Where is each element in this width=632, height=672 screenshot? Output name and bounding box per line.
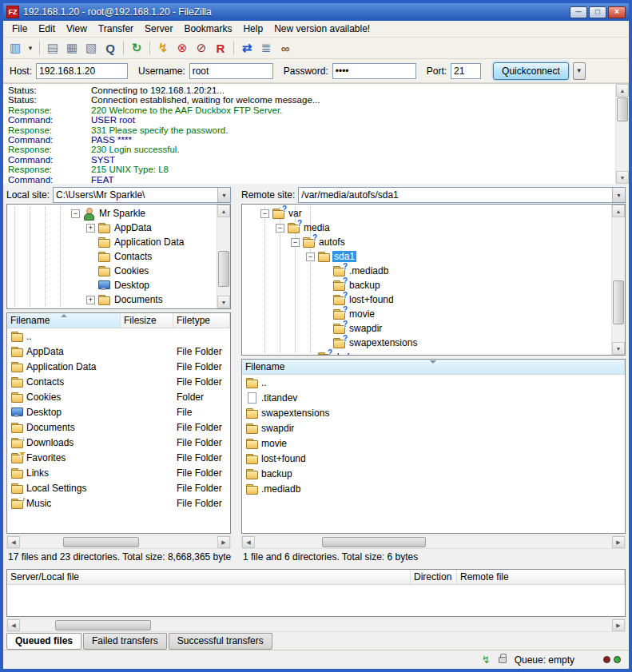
remote-tree-item-mediadb[interactable]: ?.mediadb <box>242 264 611 278</box>
menu-edit[interactable]: Edit <box>33 22 61 36</box>
local-file-row-application-data[interactable]: Application DataFile Folder <box>7 359 230 374</box>
find-files-icon[interactable]: ∞ <box>276 39 294 57</box>
remote-column-header-filename[interactable]: Filename <box>242 360 625 374</box>
local-tree-item-application-data[interactable]: Application Data <box>7 235 217 249</box>
local-column-header-filesize[interactable]: Filesize <box>121 313 173 328</box>
scroll-right-icon[interactable]: ▶ <box>217 536 230 548</box>
remote-file-row-titandev[interactable]: .titandev <box>242 390 625 405</box>
local-tree-item-cookies[interactable]: Cookies <box>7 264 217 278</box>
scroll-down-icon[interactable]: ▼ <box>217 296 230 308</box>
chevron-down-icon[interactable]: ▼ <box>612 188 625 202</box>
process-queue-icon[interactable]: ↯ <box>154 39 172 57</box>
local-file-row-desktop[interactable]: DesktopFile <box>7 404 230 420</box>
expand-icon[interactable]: + <box>86 296 95 304</box>
tab-queued-files[interactable]: Queued files <box>6 633 81 650</box>
reconnect-icon[interactable]: R <box>212 39 229 57</box>
maximize-button[interactable]: □ <box>589 6 606 18</box>
title-bar[interactable]: FZ 192.168.1.20 - root@192.168.1.20 - Fi… <box>3 3 629 21</box>
local-file-row-documents[interactable]: DocumentsFile Folder <box>7 420 230 435</box>
local-file-row-appdata[interactable]: AppDataFile Folder <box>7 344 230 359</box>
toggle-local-tree-icon[interactable]: ▦ <box>63 39 81 57</box>
local-file-row-contacts[interactable]: ContactsFile Folder <box>7 374 230 389</box>
local-column-header-filetype[interactable]: Filetype <box>173 313 230 328</box>
toggle-queue-icon[interactable]: Q <box>101 39 119 57</box>
scrollbar-thumb[interactable] <box>613 280 624 324</box>
remote-tree-item-dvd[interactable]: ?dvd <box>242 350 611 355</box>
remote-horizontal-scrollbar[interactable]: ◀ ▶ <box>241 535 626 549</box>
site-manager-icon[interactable]: ▥ <box>6 39 24 57</box>
log-vertical-scrollbar[interactable]: ▲ ▼ <box>615 84 629 184</box>
close-button[interactable]: × <box>608 6 626 18</box>
remote-file-row-[interactable]: .. <box>242 375 625 390</box>
scroll-left-icon[interactable]: ◀ <box>7 619 20 631</box>
local-file-row-links[interactable]: LinksFile Folder <box>7 465 230 480</box>
scrollbar-thumb[interactable] <box>322 537 426 547</box>
menu-server[interactable]: Server <box>139 22 178 36</box>
local-file-row-favorites[interactable]: ★FavoritesFile Folder <box>7 450 230 465</box>
collapse-icon[interactable]: − <box>71 209 80 218</box>
remote-file-row-swapdir[interactable]: swapdir <box>242 420 625 435</box>
collapse-icon[interactable]: − <box>276 224 284 233</box>
dropdown-icon[interactable]: ▾ <box>26 39 35 57</box>
remote-tree-item-swapextensions[interactable]: ?swapextensions <box>242 336 611 350</box>
remote-tree-item-sda1[interactable]: −sda1 <box>242 249 611 264</box>
tab-failed-transfers[interactable]: Failed transfers <box>83 633 167 650</box>
remote-file-row-lost-found[interactable]: lost+found <box>242 451 625 466</box>
remote-tree-item-lost-found[interactable]: ?lost+found <box>242 292 611 307</box>
scrollbar-thumb[interactable] <box>617 97 628 121</box>
collapse-icon[interactable]: − <box>306 252 315 261</box>
directory-comparison-icon[interactable]: ⇄ <box>238 39 256 57</box>
remote-file-row-backup[interactable]: backup <box>242 466 625 481</box>
local-tree-scrollbar[interactable]: ▲ ▼ <box>217 205 230 308</box>
menu-view[interactable]: View <box>61 22 93 36</box>
scroll-right-icon[interactable]: ▶ <box>612 536 625 548</box>
local-file-row-cookies[interactable]: CookiesFolder <box>7 389 230 404</box>
host-input[interactable] <box>36 63 128 79</box>
remote-file-row-movie[interactable]: movie <box>242 435 625 451</box>
menu-transfer[interactable]: Transfer <box>93 22 139 36</box>
quickconnect-button[interactable]: Quickconnect <box>493 62 569 80</box>
remote-tree-item-movie[interactable]: ?movie <box>242 307 611 321</box>
local-file-row-downloads[interactable]: ↓DownloadsFile Folder <box>7 435 230 450</box>
local-tree-item-mr-sparkle[interactable]: −Mr Sparkle <box>7 206 217 221</box>
toggle-message-log-icon[interactable]: ▤ <box>44 39 62 57</box>
queue-column-header-server-local-file[interactable]: Server/Local file <box>7 570 411 584</box>
chevron-down-icon[interactable]: ▼ <box>217 188 230 202</box>
password-input[interactable] <box>332 63 416 79</box>
scroll-down-icon[interactable]: ▼ <box>616 171 629 184</box>
synchronized-browsing-icon[interactable]: ≣ <box>257 39 275 57</box>
collapse-icon[interactable]: − <box>291 238 300 247</box>
minimize-button[interactable]: ─ <box>570 6 587 18</box>
remote-tree-scrollbar[interactable]: ▲ ▼ <box>611 205 625 355</box>
queue-horizontal-scrollbar[interactable]: ◀ ▶ <box>6 618 626 632</box>
queue-column-header-direction[interactable]: Direction <box>411 570 457 584</box>
scroll-left-icon[interactable]: ◀ <box>242 536 255 548</box>
local-tree-item-appdata[interactable]: +AppData <box>7 221 217 235</box>
menu-file[interactable]: File <box>6 22 33 36</box>
expand-icon[interactable]: + <box>86 224 95 233</box>
menu-help[interactable]: Help <box>237 22 268 36</box>
queue-column-header-remote-file[interactable]: Remote file <box>457 570 625 584</box>
scroll-up-icon[interactable]: ▲ <box>217 205 230 217</box>
scrollbar-thumb[interactable] <box>55 620 151 630</box>
remote-site-combo[interactable]: /var/media/autofs/sda1 ▼ <box>298 187 626 203</box>
local-tree-item-contacts[interactable]: Contacts <box>7 249 217 264</box>
scrollbar-thumb[interactable] <box>218 251 229 287</box>
scroll-up-icon[interactable]: ▲ <box>616 84 629 97</box>
scroll-down-icon[interactable]: ▼ <box>612 342 625 355</box>
cancel-icon[interactable]: ⊗ <box>173 39 191 57</box>
toggle-remote-tree-icon[interactable]: ▧ <box>82 39 100 57</box>
scroll-right-icon[interactable]: ▶ <box>612 619 625 631</box>
local-site-combo[interactable]: C:\Users\Mr Sparkle\ ▼ <box>53 187 231 203</box>
scrollbar-thumb[interactable] <box>63 537 139 547</box>
local-file-row-music[interactable]: ♪MusicFile Folder <box>7 495 230 511</box>
local-column-header-filename[interactable]: Filename <box>7 313 121 328</box>
remote-file-row-swapextensions[interactable]: swapextensions <box>242 405 625 420</box>
remote-tree-item-backup[interactable]: ?backup <box>242 278 611 292</box>
scroll-left-icon[interactable]: ◀ <box>7 536 20 548</box>
scroll-up-icon[interactable]: ▲ <box>612 205 625 217</box>
refresh-icon[interactable]: ↻ <box>128 39 145 57</box>
remote-tree-item-media[interactable]: −?media <box>242 221 611 235</box>
disconnect-icon[interactable]: ⊘ <box>193 39 210 57</box>
menu-new-version-available[interactable]: New version available! <box>268 22 376 36</box>
